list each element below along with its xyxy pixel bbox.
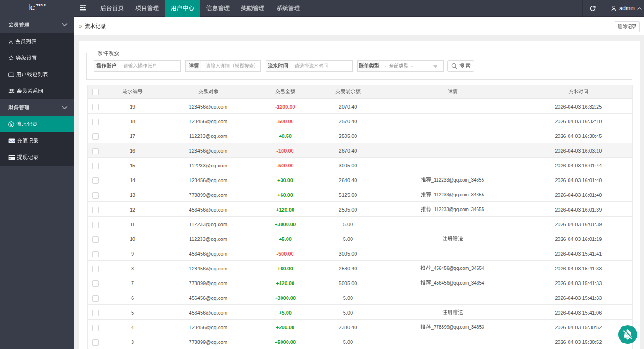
svg-text:PayPal: PayPal [9, 140, 15, 142]
